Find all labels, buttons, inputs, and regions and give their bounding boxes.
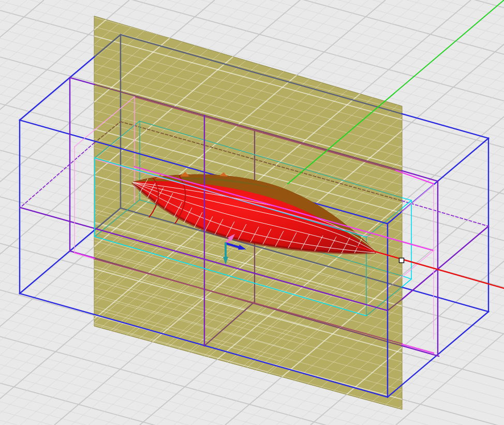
plane-size-handle[interactable] [399,258,404,263]
scene-canvas[interactable] [0,0,504,425]
modeler-3d-viewport[interactable] [0,0,504,425]
